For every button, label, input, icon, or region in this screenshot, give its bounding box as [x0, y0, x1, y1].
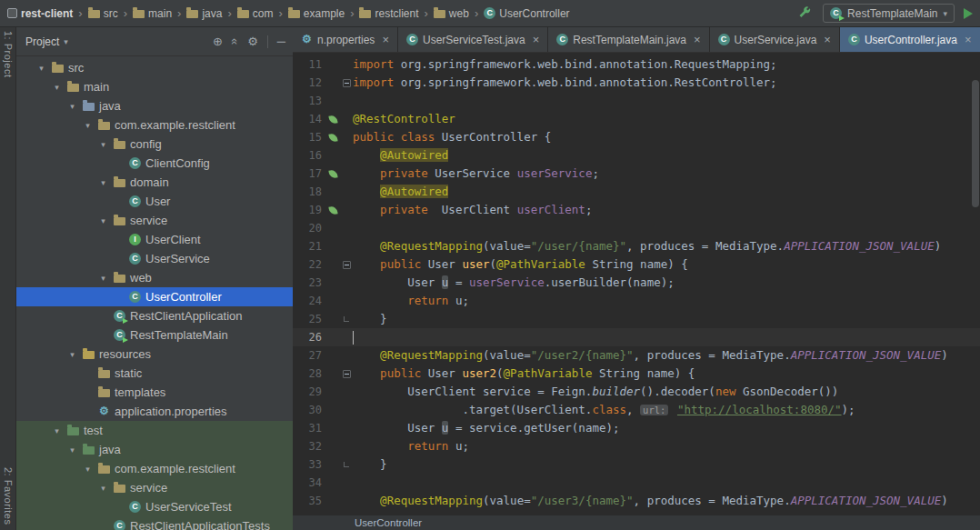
- spring-bean-icon[interactable]: [328, 169, 337, 178]
- expand-arrow-icon[interactable]: ▾: [51, 426, 63, 435]
- expand-arrow-icon[interactable]: ▾: [51, 83, 63, 92]
- line-number[interactable]: 28: [293, 365, 325, 383]
- code-line-16[interactable]: 16 @Autowired: [293, 146, 980, 165]
- expand-arrow-icon[interactable]: ▾: [82, 121, 94, 130]
- tree-item-resttemplatemain[interactable]: CRestTemplateMain: [16, 325, 293, 345]
- code-line-11[interactable]: 11import org.springframework.web.bind.an…: [293, 55, 980, 74]
- expand-arrow-icon[interactable]: ▾: [97, 484, 109, 493]
- tree-item-test[interactable]: ▾test: [16, 421, 293, 440]
- code-line-27[interactable]: 27 @RequestMapping(value="/user2/{name}"…: [293, 346, 980, 365]
- line-number[interactable]: 13: [293, 92, 325, 110]
- expand-arrow-icon[interactable]: ▾: [97, 178, 109, 187]
- line-number[interactable]: 23: [293, 274, 325, 292]
- line-number[interactable]: 33: [293, 455, 325, 474]
- tree-item-userclient[interactable]: IUserClient: [16, 230, 293, 249]
- code-line-25[interactable]: 25 }: [293, 310, 980, 328]
- tree-item-service[interactable]: ▾service: [16, 478, 293, 497]
- code-line-28[interactable]: 28 public User user2(@PathVariable Strin…: [293, 365, 980, 383]
- tree-item-application-properties[interactable]: ⚙application.properties: [16, 402, 293, 421]
- code-line-14[interactable]: 14@RestController: [293, 110, 980, 128]
- tree-item-src[interactable]: ▾src: [16, 58, 293, 77]
- line-number[interactable]: 32: [293, 437, 325, 455]
- fold-marker-icon[interactable]: [343, 261, 351, 269]
- code-line-30[interactable]: 30 .target(UserClient.class, url: "http:…: [293, 401, 980, 419]
- code-line-19[interactable]: 19 private UserClient userClient;: [293, 201, 980, 219]
- tree-item-usercontroller[interactable]: CUserController: [16, 287, 293, 306]
- expand-arrow-icon[interactable]: ▾: [97, 140, 109, 149]
- tree-item-service[interactable]: ▾service: [16, 211, 293, 230]
- code-line-18[interactable]: 18 @Autowired: [293, 183, 980, 201]
- tree-item-main[interactable]: ▾main: [16, 77, 293, 96]
- tree-item-restclientapplicationtests[interactable]: CRestClientApplicationTests: [16, 516, 293, 530]
- tab-resttemplatemain-java[interactable]: CRestTemplateMain.java×: [548, 27, 709, 52]
- close-icon[interactable]: ×: [382, 34, 389, 45]
- close-icon[interactable]: ×: [965, 34, 972, 45]
- breadcrumb-class-item[interactable]: UserController: [355, 517, 422, 528]
- line-number[interactable]: 31: [293, 419, 325, 437]
- close-icon[interactable]: ×: [533, 34, 540, 45]
- line-number[interactable]: 18: [293, 183, 325, 201]
- code-line-33[interactable]: 33 }: [293, 455, 980, 474]
- fold-marker-icon[interactable]: [344, 462, 349, 467]
- breadcrumb-java[interactable]: java: [185, 6, 224, 21]
- tree-item-config[interactable]: ▾config: [16, 135, 293, 154]
- tab-userservice-java[interactable]: CUserService.java×: [710, 27, 840, 52]
- expand-arrow-icon[interactable]: ▾: [66, 102, 78, 111]
- locate-file-icon[interactable]: ⊕: [213, 35, 223, 48]
- code-line-32[interactable]: 32 return u;: [293, 437, 980, 455]
- tree-item-com-example-restclient[interactable]: ▾com.example.restclient: [16, 115, 293, 135]
- line-number[interactable]: 35: [293, 492, 325, 510]
- tab-usercontroller-java[interactable]: CUserController.java×: [840, 27, 980, 52]
- tree-item-clientconfig[interactable]: CClientConfig: [16, 154, 293, 173]
- tab-userservicetest-java[interactable]: CUserServiceTest.java×: [398, 27, 548, 52]
- expand-arrow-icon[interactable]: ▾: [35, 64, 47, 73]
- tree-item-userservicetest[interactable]: CUserServiceTest: [16, 497, 293, 516]
- breadcrumb-src[interactable]: src: [86, 6, 120, 21]
- expand-arrow-icon[interactable]: ▾: [97, 216, 109, 225]
- line-number[interactable]: 24: [293, 292, 325, 310]
- tree-item-domain[interactable]: ▾domain: [16, 173, 293, 192]
- fold-marker-icon[interactable]: [343, 370, 351, 378]
- code-editor[interactable]: 11import org.springframework.web.bind.an…: [293, 53, 980, 515]
- line-number[interactable]: 16: [293, 146, 325, 165]
- spring-bean-icon[interactable]: [328, 205, 337, 215]
- tree-item-resources[interactable]: ▾resources: [16, 345, 293, 364]
- tree-item-web[interactable]: ▾web: [16, 268, 293, 287]
- code-line-23[interactable]: 23 User u = userService.userBuilder(name…: [293, 274, 980, 292]
- line-number[interactable]: 27: [293, 346, 325, 365]
- tree-item-java[interactable]: ▾java: [16, 440, 293, 459]
- project-view-selector[interactable]: Project ▾: [25, 35, 68, 48]
- breadcrumb-main[interactable]: main: [131, 6, 174, 21]
- tab-n-properties[interactable]: ⚙n.properties×: [293, 27, 398, 52]
- tree-item-user[interactable]: CUser: [16, 192, 293, 211]
- fold-marker-icon[interactable]: [343, 79, 351, 87]
- stripe-project-button[interactable]: 1: Project: [3, 31, 14, 77]
- code-line-17[interactable]: 17 private UserService userService;: [293, 165, 980, 183]
- breadcrumb-web[interactable]: web: [432, 6, 471, 21]
- code-line-15[interactable]: 15public class UserController {: [293, 128, 980, 146]
- run-config-select[interactable]: C RestTemplateMain ▾: [823, 4, 955, 23]
- code-line-22[interactable]: 22 public User user(@PathVariable String…: [293, 255, 980, 274]
- line-number[interactable]: 34: [293, 474, 325, 492]
- breadcrumb-com[interactable]: com: [235, 6, 275, 21]
- line-number[interactable]: 15: [293, 128, 325, 146]
- expand-arrow-icon[interactable]: ▾: [66, 350, 78, 359]
- spring-bean-icon[interactable]: [328, 133, 337, 142]
- breadcrumb-rest-client[interactable]: rest-client: [5, 6, 75, 21]
- collapse-all-icon[interactable]: «: [228, 38, 242, 45]
- code-line-35[interactable]: 35 @RequestMapping(value="/user3/{name}"…: [293, 492, 980, 510]
- breadcrumb-restclient[interactable]: restclient: [357, 6, 420, 21]
- line-number[interactable]: 30: [293, 401, 325, 419]
- tree-item-static[interactable]: static: [16, 364, 293, 383]
- tree-item-templates[interactable]: templates: [16, 383, 293, 402]
- wrench-icon[interactable]: [795, 5, 814, 23]
- code-line-24[interactable]: 24 return u;: [293, 292, 980, 310]
- code-line-21[interactable]: 21 @RequestMapping(value="/user/{name}",…: [293, 237, 980, 255]
- settings-gear-icon[interactable]: ⚙: [247, 35, 258, 48]
- line-number[interactable]: 26: [293, 328, 325, 346]
- code-line-29[interactable]: 29 UserClient service = Feign.builder().…: [293, 383, 980, 401]
- tree-item-java[interactable]: ▾java: [16, 96, 293, 115]
- code-line-13[interactable]: 13: [293, 92, 980, 110]
- line-number[interactable]: 22: [293, 255, 325, 274]
- hide-panel-icon[interactable]: ─: [277, 35, 285, 48]
